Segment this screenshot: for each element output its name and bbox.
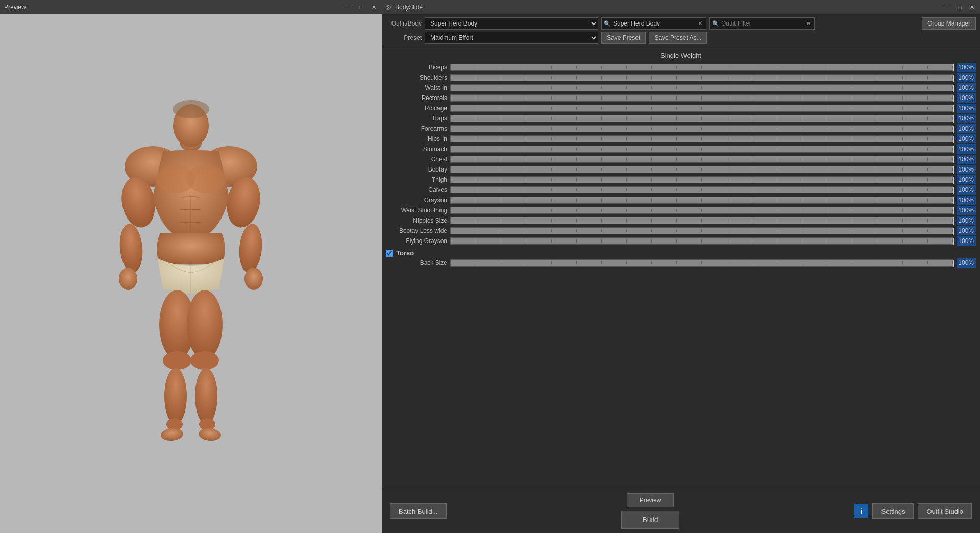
- preview-minimize-button[interactable]: —: [345, 3, 353, 11]
- slider-row: Chest100%: [382, 154, 980, 164]
- svg-point-16: [195, 368, 217, 424]
- slider-row: Shoulders100%: [382, 72, 980, 83]
- outfit-studio-button[interactable]: Outfit Studio: [918, 503, 972, 519]
- slider-track[interactable]: [450, 227, 953, 234]
- outfit-row: Outfit/Body Super Hero Body 🔍 ✕ 🔍 ✕ Grou…: [386, 17, 976, 30]
- search-input-2[interactable]: [721, 20, 803, 27]
- settings-button[interactable]: Settings: [872, 503, 914, 519]
- slider-row: Pectorals100%: [382, 93, 980, 103]
- slider-label: Traps: [386, 115, 447, 122]
- svg-point-20: [198, 427, 222, 442]
- svg-point-12: [187, 290, 223, 359]
- slider-label: Calves: [386, 186, 447, 193]
- save-preset-as-button[interactable]: Save Preset As...: [649, 32, 707, 44]
- preview-panel: Preview — □ ✕: [0, 0, 382, 533]
- svg-point-6: [237, 223, 264, 273]
- preview-title: Preview: [4, 4, 26, 11]
- slider-row: Ribcage100%: [382, 103, 980, 113]
- slider-track[interactable]: [450, 186, 953, 193]
- sliders-container: Biceps100%Shoulders100%Waist-In100%Pecto…: [382, 62, 980, 246]
- group-manager-button[interactable]: Group Manager: [922, 17, 976, 30]
- search-input-1[interactable]: [613, 20, 695, 27]
- bs-close-button[interactable]: ✕: [968, 3, 976, 11]
- bs-minimize-button[interactable]: —: [943, 3, 951, 11]
- slider-label: Nipples Size: [386, 217, 447, 224]
- slider-label: Stomach: [386, 146, 447, 153]
- slider-label: Flying Grayson: [386, 237, 447, 245]
- slider-row: Waist Smoothing100%: [382, 205, 980, 215]
- slider-track[interactable]: [450, 135, 953, 142]
- slider-label: Thigh: [386, 176, 447, 183]
- torso-checkbox[interactable]: [386, 250, 393, 257]
- slider-value: 100%: [957, 226, 976, 235]
- search-clear-1[interactable]: ✕: [697, 20, 704, 27]
- slider-row: Calves100%: [382, 185, 980, 195]
- save-preset-button[interactable]: Save Preset: [601, 32, 646, 44]
- slider-value: 100%: [957, 216, 976, 225]
- slider-track[interactable]: [450, 197, 953, 204]
- slider-track[interactable]: [450, 156, 953, 163]
- info-icon[interactable]: i: [854, 504, 868, 518]
- slider-value: 100%: [957, 196, 976, 205]
- bodyslide-icon: ⚙: [386, 4, 392, 11]
- sliders-area: Single Weight Biceps100%Shoulders100%Wai…: [382, 47, 980, 489]
- svg-point-15: [164, 368, 187, 424]
- slider-track[interactable]: [450, 146, 953, 153]
- slider-track[interactable]: [450, 176, 953, 183]
- slider-value: 100%: [957, 63, 976, 72]
- slider-track[interactable]: [450, 125, 953, 132]
- slider-track[interactable]: [450, 64, 953, 71]
- outfit-body-label: Outfit/Body: [386, 20, 422, 27]
- bottom-center: Preview Build: [621, 493, 679, 529]
- search-box-2: 🔍 ✕: [709, 17, 815, 30]
- bs-maximize-button[interactable]: □: [955, 3, 964, 11]
- slider-value: 100%: [957, 144, 976, 154]
- batch-build-button[interactable]: Batch Build...: [390, 503, 447, 519]
- slider-row: Bootay Less wide100%: [382, 226, 980, 236]
- slider-track[interactable]: [450, 115, 953, 122]
- preset-dropdown[interactable]: Maximum Effort: [425, 32, 598, 44]
- torso-group-header: Torso: [382, 246, 980, 258]
- slider-track[interactable]: [450, 105, 953, 112]
- slider-value: 100%: [957, 165, 976, 174]
- slider-label: Hips-In: [386, 135, 447, 142]
- slider-label: Biceps: [386, 64, 447, 71]
- bottom-left: Batch Build...: [390, 503, 447, 519]
- svg-point-7: [119, 268, 137, 290]
- slider-track[interactable]: [450, 237, 953, 245]
- svg-point-14: [190, 351, 219, 370]
- svg-point-13: [163, 351, 191, 370]
- slider-value: 100%: [957, 206, 976, 215]
- slider-row: Grayson100%: [382, 195, 980, 205]
- bottom-right: i Settings Outfit Studio: [854, 503, 972, 519]
- svg-point-5: [118, 223, 144, 273]
- outfit-body-dropdown[interactable]: Super Hero Body: [425, 17, 598, 30]
- slider-track[interactable]: [450, 74, 953, 81]
- preview-titlebar: Preview — □ ✕: [0, 0, 382, 14]
- body-figure: [102, 95, 280, 452]
- build-button[interactable]: Build: [621, 511, 679, 529]
- slider-track[interactable]: [450, 217, 953, 224]
- svg-point-8: [244, 268, 263, 290]
- preview-maximize-button[interactable]: □: [357, 3, 365, 11]
- preview-controls: — □ ✕: [345, 3, 378, 11]
- bodyslide-app-name: BodySlide: [395, 4, 423, 11]
- slider-track[interactable]: [450, 207, 953, 214]
- slider-label: Ribcage: [386, 105, 447, 112]
- svg-point-10: [187, 165, 226, 193]
- slider-row: Back Size100%: [382, 258, 980, 268]
- slider-track[interactable]: [450, 259, 953, 266]
- slider-track[interactable]: [450, 94, 953, 102]
- slider-row: Biceps100%: [382, 62, 980, 72]
- slider-label: Chest: [386, 156, 447, 163]
- search-clear-2[interactable]: ✕: [805, 20, 812, 27]
- slider-row: Bootay100%: [382, 164, 980, 175]
- preview-body: [0, 14, 382, 533]
- slider-value: 100%: [957, 73, 976, 82]
- preview-close-button[interactable]: ✕: [370, 3, 378, 11]
- preview-button[interactable]: Preview: [627, 493, 674, 507]
- slider-track[interactable]: [450, 166, 953, 173]
- slider-label: Shoulders: [386, 74, 447, 81]
- slider-track[interactable]: [450, 84, 953, 91]
- search-box-1: 🔍 ✕: [601, 17, 706, 30]
